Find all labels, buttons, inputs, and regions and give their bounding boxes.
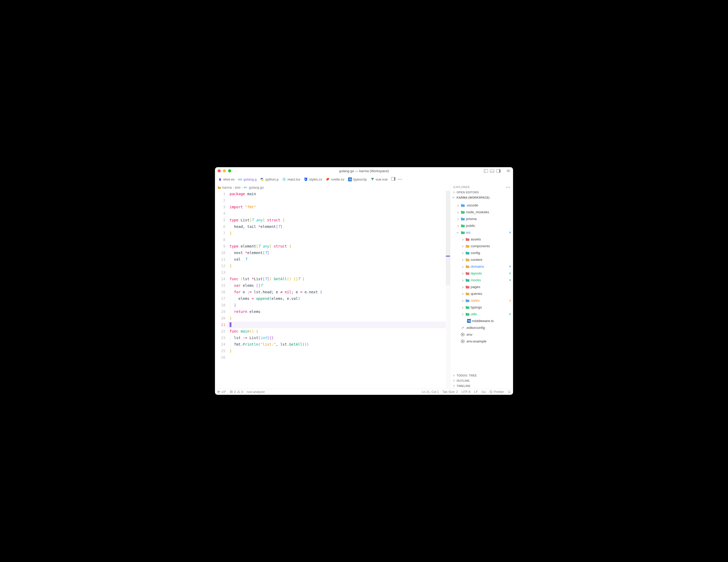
git-branch-status[interactable]: v3* [217,390,226,394]
code-line[interactable]: return elems [227,309,450,315]
tree-file[interactable]: .editorconfig [450,324,513,331]
code-line[interactable] [227,197,450,204]
tree-folder[interactable]: pages [450,284,513,290]
toggle-primary-sidebar-icon[interactable] [484,169,488,173]
code-line[interactable] [227,322,450,328]
toggle-panel-icon[interactable] [490,169,494,173]
customize-layout-icon[interactable] [507,170,510,172]
editor-tab[interactable]: react.tsx [281,176,302,182]
editor-tab[interactable]: TStypescrip [346,176,368,182]
tab-label: svelte.sv [331,177,344,181]
chevron-right-icon [461,251,464,254]
encoding-status[interactable]: UTF-8 [462,390,470,394]
close-window-button[interactable] [218,169,221,172]
open-editors-section[interactable]: OPEN EDITORS [450,190,513,195]
tree-folder[interactable]: src [450,229,513,236]
tree-file[interactable]: TSmiddleware.ts [450,318,513,324]
code-line[interactable]: next *element[T] [227,249,450,256]
tree-file[interactable]: .env [450,331,513,338]
tree-folder[interactable]: queries [450,290,513,297]
code-line[interactable]: func main() { [227,328,450,335]
code-line[interactable]: } [227,302,450,309]
tree-item-label: queries [471,292,513,296]
lsp-status[interactable]: rust-analyzer [247,390,265,394]
tree-folder[interactable]: typings [450,304,513,311]
code-line[interactable]: var elems []T [227,282,450,289]
code-line[interactable] [227,354,450,361]
code-line[interactable]: } [227,315,450,322]
editor-tab[interactable]: elixir.ex [217,176,236,182]
git-status-dot [509,279,511,281]
editor-tab[interactable]: python.p [259,176,280,182]
overview-ruler[interactable] [446,191,450,389]
zoom-window-button[interactable] [228,169,231,172]
code-line[interactable]: head, tail *element[T] [227,223,450,230]
breadcrumb-part[interactable]: test [235,185,240,189]
tree-file[interactable]: .env.example [450,338,513,345]
editor-window: golang.go — karma (Workspace) elixir.exG… [215,167,513,395]
editor-tab[interactable]: vue.vue [369,176,389,182]
tree-folder[interactable]: domains [450,263,513,270]
code-line[interactable]: package main [227,191,450,197]
code-area[interactable]: package mainimport "fmt"type List[T any]… [227,191,450,389]
tree-folder[interactable]: components [450,242,513,249]
editor-tab[interactable]: 3styles.cs [302,176,324,182]
minimize-window-button[interactable] [223,169,226,172]
code-line[interactable]: elems = append(elems, e.val) [227,296,450,302]
eol-status[interactable]: LF [474,390,478,394]
svg-rect-28 [463,342,464,343]
editor-content[interactable]: 1234567891011121314151617181920212223242… [215,191,450,389]
code-line[interactable] [227,269,450,276]
tab-overflow-icon[interactable] [396,179,404,180]
code-line[interactable]: } [227,230,450,236]
split-editor-icon[interactable] [390,177,395,181]
toggle-secondary-sidebar-icon[interactable] [496,169,501,173]
svg-rect-19 [463,335,464,336]
code-line[interactable]: } [227,348,450,354]
timeline-section[interactable]: TIMELINE [450,383,513,389]
code-line[interactable]: import "fmt" [227,204,450,210]
problems-status[interactable]: 0 0 [230,390,243,394]
tree-folder[interactable]: content [450,256,513,263]
tree-folder[interactable]: assets [450,236,513,242]
editor-tab[interactable]: GOgolang.g [237,176,258,182]
code-line[interactable]: val T [227,256,450,263]
tab-size-status[interactable]: Tab Size: 2 [442,390,458,394]
code-line[interactable]: type element[T any] struct { [227,243,450,249]
code-line[interactable] [227,236,450,243]
tree-folder[interactable]: public [450,222,513,229]
outline-section[interactable]: OUTLINE [450,378,513,383]
code-line[interactable]: fmt.Println("list:", lst.GetAll()) [227,341,450,348]
tree-folder[interactable]: config [450,249,513,256]
workspace-section[interactable]: KARMA (WORKSPACE) [450,195,513,200]
todos-section[interactable]: TODOS: TREE [450,373,513,378]
tree-folder[interactable]: utils [450,311,513,318]
breadcrumb-part[interactable]: golang.go [249,185,264,189]
notifications-button[interactable] [508,390,511,394]
tree-item-label: styles [471,299,508,303]
code-line[interactable]: func (lst *List[T]) GetAll() []T { [227,276,450,282]
svg-rect-23 [461,341,462,342]
breadcrumbs[interactable]: karma › test › GO golang.go [215,184,450,191]
tree-folder[interactable]: node_modules [450,208,513,215]
code-line[interactable]: for e := lst.head; e ≠ nil; e = e.next { [227,289,450,296]
language-status[interactable]: Go [481,390,486,394]
tree-folder[interactable]: prisma [450,215,513,222]
formatter-status[interactable]: Prettier [489,390,504,394]
code-line[interactable]: type List[T any] struct { [227,217,450,223]
tree-folder[interactable]: mocks [450,276,513,284]
cursor-position-status[interactable]: Ln 21, Col 1 [422,390,439,394]
tree-item-label: typings [471,305,513,309]
code-line[interactable]: lst := List[int]{} [227,335,450,341]
breadcrumb-part[interactable]: karma [222,185,232,189]
tree-folder[interactable]: .vscode [450,202,513,208]
tree-folder[interactable]: layouts [450,270,513,276]
editor-tab[interactable]: svelte.sv [324,176,346,182]
code-line[interactable] [227,210,450,217]
code-line[interactable]: } [227,263,450,269]
tree-folder[interactable]: styles [450,297,513,304]
chevron-right-icon [456,210,460,214]
bell-icon [508,390,511,394]
more-actions-icon[interactable] [506,187,510,187]
titlebar: golang.go — karma (Workspace) [215,167,513,174]
